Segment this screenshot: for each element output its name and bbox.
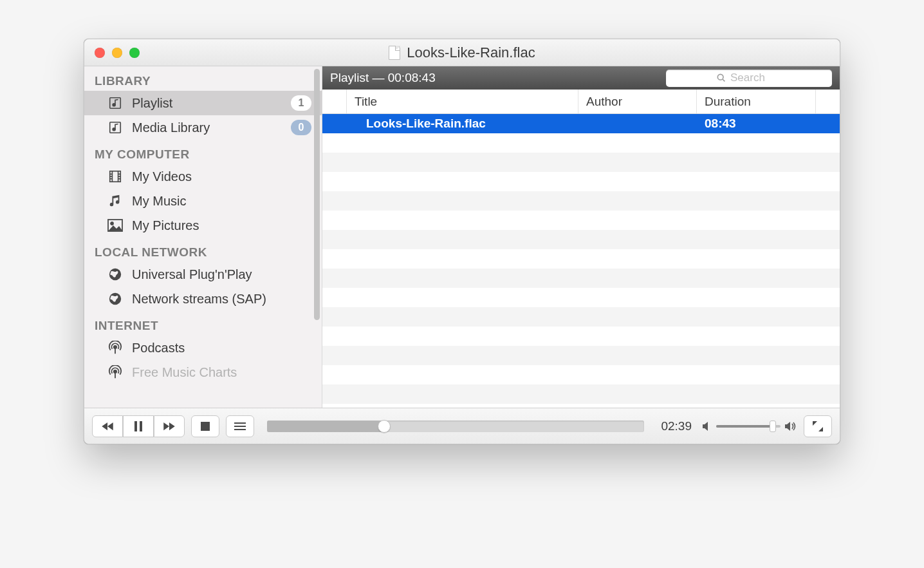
- column-duration[interactable]: Duration: [697, 90, 816, 113]
- picture-icon: [107, 218, 123, 233]
- empty-row: [322, 133, 840, 153]
- document-icon: [389, 46, 400, 60]
- close-window-button[interactable]: [95, 48, 105, 58]
- empty-row: [322, 269, 840, 288]
- sidebar-item-label: My Music: [132, 194, 311, 209]
- pause-icon: [134, 421, 143, 431]
- playlist-toggle-button[interactable]: [226, 415, 254, 437]
- svg-point-14: [111, 222, 113, 225]
- minimize-window-button[interactable]: [112, 48, 122, 58]
- podcast-icon: [107, 364, 123, 380]
- empty-row: [322, 346, 840, 365]
- fullscreen-icon: [813, 421, 823, 431]
- sidebar-badge: 1: [291, 95, 311, 111]
- window-controls: [84, 48, 140, 58]
- sidebar-item[interactable]: My Music: [84, 189, 322, 213]
- sidebar-item-label: Media Library: [132, 120, 282, 135]
- film-icon: [107, 169, 123, 184]
- stop-button[interactable]: [191, 415, 219, 437]
- volume-knob[interactable]: [770, 421, 776, 432]
- svg-rect-25: [201, 422, 210, 431]
- playlist-header-title: Playlist — 00:08:43: [330, 71, 436, 85]
- column-handle[interactable]: [322, 90, 347, 113]
- empty-row: [322, 288, 840, 307]
- window-title: Looks-Like-Rain.flac: [407, 44, 535, 61]
- column-title[interactable]: Title: [347, 90, 578, 113]
- sidebar-item[interactable]: Media Library0: [84, 115, 322, 140]
- track-list: Looks-Like-Rain.flac08:43: [322, 114, 840, 408]
- sidebar-item-label: My Videos: [132, 169, 311, 184]
- zoom-window-button[interactable]: [129, 48, 140, 58]
- seek-knob[interactable]: [378, 420, 391, 433]
- sidebar-item-label: Network streams (SAP): [132, 292, 311, 307]
- sidebar-section-header: MY COMPUTER: [84, 140, 322, 164]
- empty-row: [322, 307, 840, 327]
- search-input[interactable]: [730, 71, 782, 84]
- empty-row: [322, 327, 840, 346]
- app-window: Looks-Like-Rain.flac LIBRARYPlaylist1Med…: [84, 39, 840, 444]
- playlist-icon: [107, 95, 123, 111]
- sidebar-item[interactable]: Free Music Charts: [84, 360, 322, 384]
- volume-slider[interactable]: [716, 425, 781, 428]
- svg-rect-24: [140, 421, 142, 431]
- empty-row: [322, 191, 840, 211]
- next-button[interactable]: [154, 415, 185, 437]
- sidebar-item[interactable]: Podcasts: [84, 336, 322, 360]
- svg-line-22: [723, 79, 725, 81]
- fast-forward-icon: [162, 422, 176, 431]
- playback-controls: 02:39: [84, 408, 840, 444]
- seek-fill: [267, 421, 384, 432]
- empty-row: [322, 404, 840, 408]
- track-row[interactable]: Looks-Like-Rain.flac08:43: [322, 114, 840, 133]
- sidebar-item[interactable]: My Videos: [84, 164, 322, 189]
- empty-row: [322, 211, 840, 230]
- sidebar-section-header: INTERNET: [84, 311, 322, 336]
- track-duration: 08:43: [697, 117, 816, 131]
- table-header: Title Author Duration: [322, 90, 840, 114]
- svg-point-19: [114, 370, 116, 373]
- column-author[interactable]: Author: [578, 90, 697, 113]
- search-icon: [716, 73, 726, 83]
- music-note-icon: [107, 193, 123, 209]
- empty-row: [322, 384, 840, 404]
- seek-slider[interactable]: [267, 421, 644, 432]
- volume-fill: [716, 425, 773, 428]
- sidebar-item[interactable]: Playlist1: [84, 91, 322, 115]
- sidebar-item-label: Podcasts: [132, 341, 311, 355]
- elapsed-time: 02:39: [657, 419, 696, 433]
- pause-button[interactable]: [123, 415, 154, 437]
- empty-row: [322, 230, 840, 249]
- globe-icon: [107, 267, 123, 282]
- empty-row: [322, 249, 840, 269]
- track-title: Looks-Like-Rain.flac: [347, 117, 578, 131]
- volume-low-icon: [702, 422, 712, 431]
- fullscreen-button[interactable]: [804, 415, 832, 437]
- volume-control: [702, 421, 797, 431]
- sidebar-item-label: Playlist: [132, 96, 282, 111]
- titlebar: Looks-Like-Rain.flac: [84, 39, 840, 66]
- sidebar-scrollbar[interactable]: [314, 69, 320, 320]
- sidebar-item[interactable]: Universal Plug'n'Play: [84, 262, 322, 287]
- sidebar-section-header: LIBRARY: [84, 66, 322, 91]
- sidebar-item-label: Universal Plug'n'Play: [132, 267, 311, 282]
- rewind-icon: [100, 422, 115, 431]
- sidebar-item[interactable]: Network streams (SAP): [84, 287, 322, 311]
- previous-button[interactable]: [92, 415, 123, 437]
- podcast-icon: [107, 340, 123, 355]
- sidebar-badge: 0: [291, 120, 311, 135]
- search-box[interactable]: [666, 70, 832, 87]
- playlist-header-bar: Playlist — 00:08:43: [322, 66, 840, 90]
- sidebar: LIBRARYPlaylist1Media Library0MY COMPUTE…: [84, 66, 322, 408]
- main-pane: Playlist — 00:08:43 Title Author Duratio…: [322, 66, 840, 408]
- globe-icon: [107, 291, 123, 307]
- sidebar-item[interactable]: My Pictures: [84, 213, 322, 238]
- list-icon: [234, 422, 246, 431]
- sidebar-item-label: My Pictures: [132, 218, 311, 233]
- svg-point-21: [717, 74, 723, 80]
- svg-rect-23: [134, 421, 137, 431]
- stop-icon: [201, 422, 210, 431]
- empty-row: [322, 172, 840, 191]
- empty-row: [322, 153, 840, 172]
- empty-row: [322, 365, 840, 384]
- sidebar-item-label: Free Music Charts: [132, 365, 311, 380]
